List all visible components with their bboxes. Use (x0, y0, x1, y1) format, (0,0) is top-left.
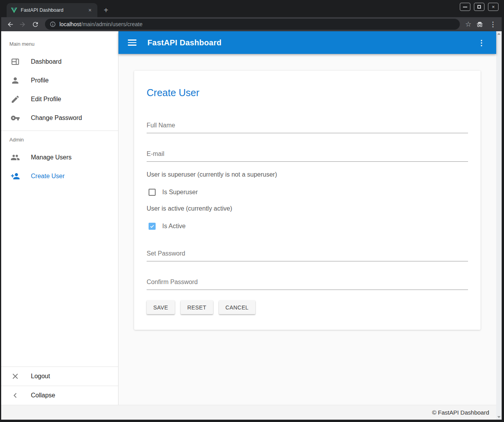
sidebar-item-dashboard[interactable]: Dashboard (1, 52, 118, 71)
new-tab-button[interactable]: + (100, 4, 112, 16)
key-icon (11, 113, 20, 123)
incognito-icon (475, 20, 484, 29)
content-area: Create User User is superuser (currently… (118, 54, 496, 405)
chevron-left-icon (11, 391, 20, 400)
main: FastAPI Dashboard ⋮ Create User User is … (118, 31, 496, 405)
address-bar[interactable]: localhost/main/admin/users/create (45, 19, 460, 30)
sidebar-item-label: Edit Profile (31, 96, 61, 103)
window-close-button[interactable]: × (488, 3, 499, 11)
sidebar-item-label: Create User (31, 173, 65, 180)
window-close-icon: × (492, 4, 495, 9)
window-controls: × (460, 3, 499, 11)
bookmark-star-icon[interactable]: ☆ (465, 21, 472, 28)
sidebar: Main menu Dashboard Profile (1, 31, 118, 405)
app-bar-title: FastAPI Dashboard (147, 38, 222, 47)
copyright-text: © FastAPI Dashboard (432, 409, 489, 416)
tab-title: FastAPI Dashboard (21, 7, 83, 13)
sidebar-item-label: Logout (31, 373, 50, 380)
superuser-checkbox-row: Is Superuser (147, 189, 468, 196)
set-password-field[interactable] (147, 249, 468, 261)
back-button[interactable] (5, 19, 15, 29)
url-host: localhost (59, 21, 81, 27)
page-footer: © FastAPI Dashboard (1, 405, 496, 420)
url-text: localhost/main/admin/users/create (59, 21, 142, 27)
full-name-field[interactable] (147, 120, 468, 133)
sidebar-item-change-password[interactable]: Change Password (1, 109, 118, 127)
scroll-up-icon[interactable] (497, 33, 500, 35)
email-field[interactable] (147, 149, 468, 162)
sidebar-item-label: Profile (31, 77, 48, 84)
sidebar-section-main-menu: Main menu (1, 35, 118, 52)
sidebar-item-label: Dashboard (31, 58, 61, 65)
sidebar-item-logout[interactable]: Logout (1, 367, 118, 386)
browser-titlebar: FastAPI Dashboard × + × (1, 0, 502, 17)
url-path: /main/admin/users/create (81, 21, 142, 27)
sidebar-item-create-user[interactable]: Create User (1, 167, 118, 186)
maximize-icon (477, 5, 481, 9)
page: Main menu Dashboard Profile (1, 31, 502, 420)
is-active-checkbox[interactable] (149, 223, 156, 230)
superuser-note: User is superuser (currently is not a su… (147, 171, 468, 178)
page-title: Create User (147, 87, 468, 98)
sidebar-item-label: Manage Users (31, 154, 72, 161)
app-bar: FastAPI Dashboard ⋮ (118, 31, 496, 54)
toolbar-right: ☆ ⋮ (465, 20, 498, 29)
sidebar-section-admin: Admin (1, 131, 118, 148)
sidebar-item-edit-profile[interactable]: Edit Profile (1, 90, 118, 109)
browser-tab[interactable]: FastAPI Dashboard × (7, 3, 97, 17)
page-body: Main menu Dashboard Profile (1, 31, 496, 405)
is-superuser-checkbox[interactable] (149, 189, 156, 196)
app-bar-menu-icon[interactable]: ⋮ (475, 38, 488, 48)
reload-button[interactable] (30, 19, 40, 29)
is-superuser-label: Is Superuser (162, 189, 198, 196)
active-note: User is active (currently active) (147, 205, 468, 212)
window-maximize-button[interactable] (474, 3, 484, 11)
browser-window: FastAPI Dashboard × + × localhost/main/a (0, 0, 504, 422)
dashboard-icon (11, 57, 20, 66)
pencil-icon (11, 95, 20, 104)
create-user-card: Create User User is superuser (currently… (134, 71, 481, 330)
save-button[interactable]: SAVE (147, 300, 175, 314)
confirm-password-field[interactable] (147, 277, 468, 290)
window-minimize-button[interactable] (460, 3, 470, 11)
is-active-label: Is Active (162, 223, 186, 230)
forward-button[interactable] (18, 19, 28, 29)
hamburger-menu-icon[interactable] (128, 39, 136, 46)
page-scrollbar[interactable] (496, 31, 502, 420)
browser-toolbar: localhost/main/admin/users/create ☆ ⋮ (1, 17, 502, 31)
browser-menu-icon[interactable]: ⋮ (488, 21, 498, 28)
logout-x-icon (11, 372, 20, 381)
people-icon (11, 153, 20, 162)
reset-button[interactable]: RESET (181, 300, 213, 314)
active-checkbox-row: Is Active (147, 223, 468, 230)
scroll-down-icon[interactable] (497, 416, 500, 418)
sidebar-item-manage-users[interactable]: Manage Users (1, 148, 118, 167)
minimize-icon (463, 7, 467, 7)
sidebar-item-label: Collapse (31, 392, 55, 399)
sidebar-item-label: Change Password (31, 114, 82, 122)
form-actions: SAVE RESET CANCEL (147, 300, 468, 314)
person-icon (11, 76, 20, 85)
cancel-button[interactable]: CANCEL (219, 300, 255, 314)
checkmark-icon (149, 224, 155, 229)
sidebar-bottom: Logout Collapse (1, 367, 118, 405)
site-info-icon[interactable] (50, 21, 56, 27)
tab-close-icon[interactable]: × (86, 7, 93, 14)
vue-logo-icon (11, 7, 17, 13)
sidebar-item-collapse[interactable]: Collapse (1, 386, 118, 405)
person-add-icon (11, 172, 20, 181)
sidebar-item-profile[interactable]: Profile (1, 71, 118, 90)
